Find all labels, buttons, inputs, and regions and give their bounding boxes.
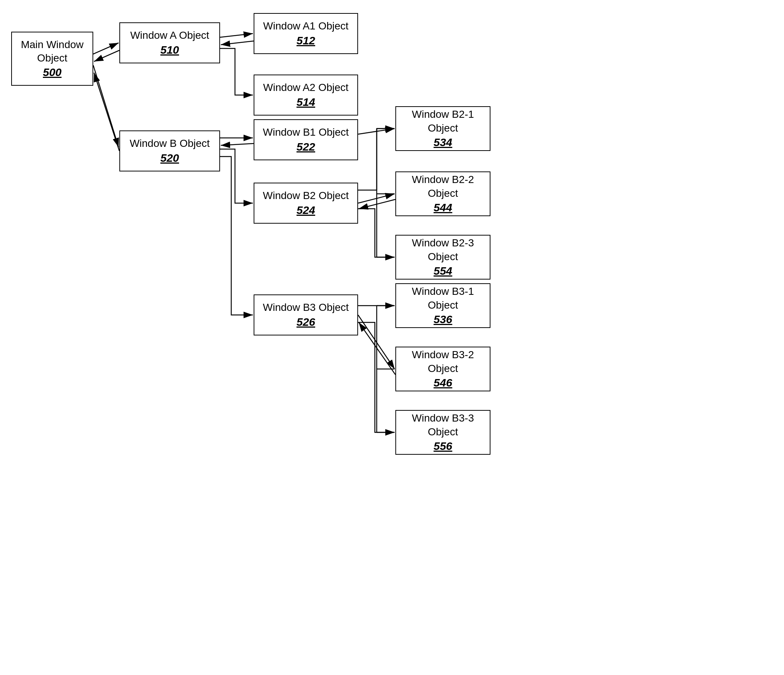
svg-line-11 (358, 194, 395, 203)
svg-line-3 (94, 50, 119, 62)
node-A2-label: Window A2 Object (263, 81, 349, 94)
node-B31: Window B3-1Object 536 (395, 283, 490, 328)
node-main-num: 500 (43, 65, 62, 79)
svg-line-6 (220, 34, 253, 37)
node-B2: Window B2 Object 524 (254, 183, 358, 223)
node-A1-num: 512 (297, 33, 315, 48)
svg-line-5 (94, 73, 119, 151)
node-B-num: 520 (160, 151, 179, 165)
node-B22: Window B2-2Object 544 (395, 171, 490, 216)
node-B2-num: 524 (297, 203, 315, 217)
node-B32-label: Window B3-2Object (412, 348, 474, 376)
node-B32-num: 546 (433, 376, 452, 390)
node-A2: Window A2 Object 514 (254, 74, 358, 116)
node-B22-label: Window B2-2Object (412, 173, 474, 200)
svg-line-7 (221, 41, 254, 45)
node-B-label: Window B Object (130, 137, 210, 150)
node-B23-num: 554 (433, 264, 452, 278)
node-main: Main WindowObject 500 (11, 32, 93, 86)
node-A-label: Window A Object (130, 29, 209, 42)
node-B23-label: Window B2-3Object (412, 236, 474, 264)
diagram: Main WindowObject 500 Window A Object 51… (0, 0, 784, 675)
node-B1-num: 522 (297, 140, 315, 154)
node-B33-num: 556 (433, 439, 452, 453)
svg-line-13 (358, 315, 395, 369)
node-B2-label: Window B2 Object (263, 189, 349, 202)
node-B32: Window B3-2Object 546 (395, 347, 490, 391)
node-B3-label: Window B3 Object (263, 301, 349, 314)
node-B33-label: Window B3-3Object (412, 411, 474, 439)
arrows-svg (0, 0, 784, 675)
node-B3: Window B3 Object 526 (254, 295, 358, 335)
node-B1-label: Window B1 Object (263, 126, 349, 139)
node-B3-num: 526 (297, 315, 315, 329)
svg-line-9 (221, 143, 254, 145)
node-main-label: Main WindowObject (21, 38, 84, 65)
node-B21: Window B2-1Object 534 (395, 106, 490, 151)
node-B1: Window B1 Object 522 (254, 119, 358, 160)
node-A2-num: 514 (297, 95, 315, 109)
node-B23: Window B2-3Object 554 (395, 235, 490, 279)
node-B21-label: Window B2-1Object (412, 108, 474, 135)
node-A1: Window A1 Object 512 (254, 13, 358, 54)
node-A: Window A Object 510 (119, 22, 220, 64)
node-A1-label: Window A1 Object (263, 19, 349, 33)
svg-line-12 (359, 199, 395, 209)
svg-line-14 (359, 323, 395, 375)
node-B33: Window B3-3Object 556 (395, 410, 490, 455)
node-B: Window B Object 520 (119, 130, 220, 171)
svg-line-10 (358, 129, 395, 134)
node-B22-num: 544 (433, 200, 452, 215)
svg-line-2 (93, 43, 118, 54)
node-B31-num: 536 (433, 312, 452, 326)
svg-line-4 (93, 65, 118, 147)
node-B21-num: 534 (433, 135, 452, 149)
node-A-num: 510 (160, 42, 179, 57)
node-B31-label: Window B3-1Object (412, 285, 474, 312)
